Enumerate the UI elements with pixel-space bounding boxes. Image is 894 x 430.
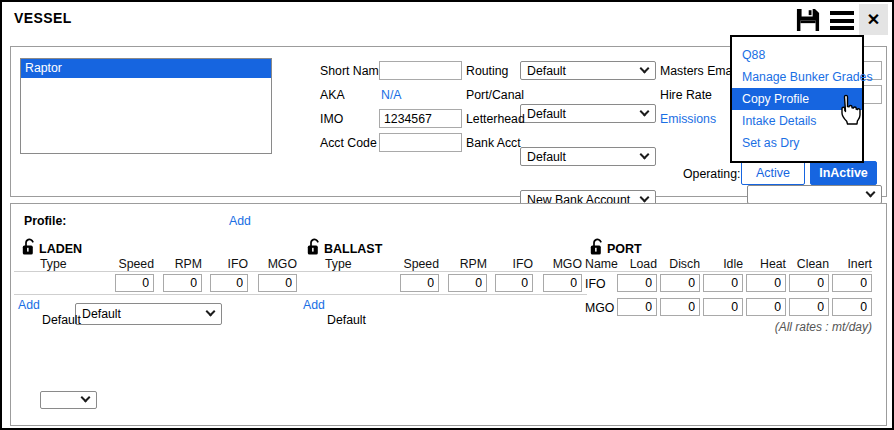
port-mgo-heat-input[interactable] xyxy=(746,298,786,316)
port-mgo-inert-input[interactable] xyxy=(832,298,872,316)
menu-item-manage-bunker-grades[interactable]: Manage Bunker Grades xyxy=(732,66,862,88)
ballast-rpm-input[interactable] xyxy=(448,274,487,292)
divider xyxy=(585,271,872,272)
port-mgo-disch-input[interactable] xyxy=(660,298,700,316)
ballast-speed-input[interactable] xyxy=(400,274,439,292)
aka-label: AKA xyxy=(320,88,345,102)
chevron-down-icon xyxy=(640,192,650,202)
ballast-ifo-input[interactable] xyxy=(495,274,533,292)
laden-rpm-input[interactable] xyxy=(163,274,202,292)
chevron-down-icon xyxy=(866,187,876,197)
port-ifo-idle-input[interactable] xyxy=(703,274,743,292)
routing-label: Routing xyxy=(466,64,508,78)
ballast-section-title: BALLAST xyxy=(324,242,382,256)
profile-label: Profile: xyxy=(24,214,66,228)
active-button[interactable]: Active xyxy=(741,161,805,185)
emissions-link[interactable]: Emissions xyxy=(660,112,716,126)
port-header-heat: Heat xyxy=(746,257,786,271)
port-header-load: Load xyxy=(617,257,657,271)
unlock-icon xyxy=(307,242,322,259)
port-ifo-inert-input[interactable] xyxy=(832,274,872,292)
menu-item-q88[interactable]: Q88 xyxy=(732,44,862,66)
laden-mgo-input[interactable] xyxy=(258,274,297,292)
port-ifo-load-input[interactable] xyxy=(617,274,657,292)
menu-item-set-as-dry[interactable]: Set as Dry xyxy=(732,132,862,154)
inactive-button[interactable]: InActive xyxy=(810,161,877,185)
port-row-label-mgo: MGO xyxy=(585,301,614,315)
hire-rate-label: Hire Rate xyxy=(660,88,712,102)
close-button[interactable]: ✕ xyxy=(859,4,888,35)
aka-value-link[interactable]: N/A xyxy=(381,88,402,102)
port-header-name: Name xyxy=(585,257,618,271)
divider xyxy=(14,294,302,295)
port-header-clean: Clean xyxy=(789,257,829,271)
page-title: VESSEL xyxy=(14,10,72,26)
port-ifo-heat-input[interactable] xyxy=(746,274,786,292)
acct-code-input[interactable] xyxy=(379,133,462,152)
port-canal-label: Port/Canal xyxy=(466,88,524,102)
port-ifo-clean-input[interactable] xyxy=(789,274,829,292)
chevron-down-icon xyxy=(640,149,650,159)
masters-email-label: Masters Email xyxy=(660,64,738,78)
save-button[interactable] xyxy=(794,6,824,36)
chevron-down-icon xyxy=(206,307,216,317)
port-mgo-clean-input[interactable] xyxy=(789,298,829,316)
port-row-label-ifo: IFO xyxy=(585,277,606,291)
ballast-header-type: Type xyxy=(325,257,352,271)
operating-label: Operating: xyxy=(683,167,740,181)
divider xyxy=(14,271,302,272)
close-icon: ✕ xyxy=(867,10,880,29)
laden-header-speed: Speed xyxy=(115,257,154,271)
ballast-add-link[interactable]: Add xyxy=(303,298,325,312)
port-header-disch: Disch xyxy=(660,257,700,271)
port-header-idle: Idle xyxy=(703,257,743,271)
chevron-down-icon xyxy=(640,63,650,73)
routing-select[interactable]: Default xyxy=(520,61,656,80)
laden-speed-input[interactable] xyxy=(115,274,154,292)
laden-type-select[interactable] xyxy=(40,391,97,409)
laden-default-label: Default xyxy=(42,313,81,327)
port-section-title: PORT xyxy=(607,242,642,256)
chevron-down-icon xyxy=(81,393,91,403)
port-ifo-disch-input[interactable] xyxy=(660,274,700,292)
laden-header-type: Type xyxy=(40,257,67,271)
laden-ifo-input[interactable] xyxy=(210,274,248,292)
divider xyxy=(299,294,587,295)
unlock-icon xyxy=(22,242,37,259)
bank-acct-label: Bank Acct xyxy=(466,136,521,150)
laden-header-mgo: MGO xyxy=(258,257,297,271)
ballast-header-speed: Speed xyxy=(400,257,439,271)
laden-section-title: LADEN xyxy=(39,242,82,256)
ballast-mgo-input[interactable] xyxy=(543,274,582,292)
port-header-inert: Inert xyxy=(832,257,872,271)
vessel-window: VESSEL ✕ Raptor Short Name AKA N/A IMO A… xyxy=(0,0,894,430)
hamburger-menu-button[interactable] xyxy=(830,11,854,30)
imo-input[interactable] xyxy=(379,109,462,128)
short-name-input[interactable] xyxy=(379,61,462,80)
port-canal-select[interactable]: Default xyxy=(520,104,656,123)
ballast-header-mgo: MGO xyxy=(543,257,582,271)
ballast-default-label: Default xyxy=(327,313,366,327)
laden-header-ifo: IFO xyxy=(210,257,248,271)
laden-lock-toggle[interactable] xyxy=(22,237,37,260)
ballast-lock-toggle[interactable] xyxy=(307,237,322,260)
cursor-hand-icon xyxy=(836,94,862,130)
letterhead-select[interactable]: Default xyxy=(520,147,656,166)
vessel-list[interactable]: Raptor xyxy=(20,58,272,154)
profile-select[interactable]: Default xyxy=(75,303,222,325)
chevron-down-icon xyxy=(640,106,650,116)
ballast-header-rpm: RPM xyxy=(448,257,487,271)
letterhead-label: Letterhead xyxy=(466,112,525,126)
port-rates-note: (All rates : mt/day) xyxy=(642,320,872,334)
laden-add-link[interactable]: Add xyxy=(18,298,40,312)
ballast-header-ifo: IFO xyxy=(495,257,533,271)
hamburger-icon xyxy=(830,11,854,30)
port-mgo-idle-input[interactable] xyxy=(703,298,743,316)
laden-header-rpm: RPM xyxy=(163,257,202,271)
emissions-select[interactable] xyxy=(747,185,882,204)
vessel-list-item[interactable]: Raptor xyxy=(21,59,271,78)
short-name-label: Short Name xyxy=(320,64,386,78)
port-mgo-load-input[interactable] xyxy=(617,298,657,316)
divider xyxy=(299,271,587,272)
profile-add-link[interactable]: Add xyxy=(229,214,251,228)
